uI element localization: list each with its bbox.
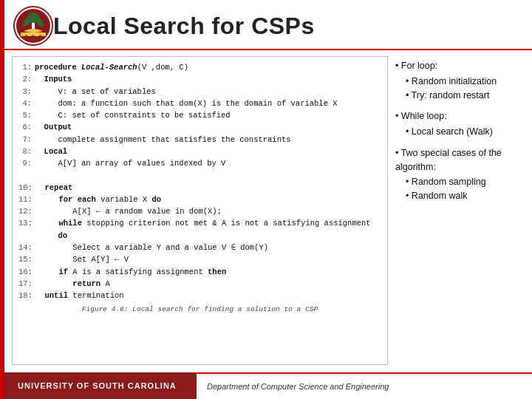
code-line-blank — [18, 169, 381, 181]
code-line-2: 2: Inputs — [18, 73, 381, 85]
footer: UNIVERSITY OF SOUTH CAROLINA Department … — [4, 372, 532, 399]
bullet-2-main: • While loop: — [395, 109, 525, 123]
code-line-13b: do — [18, 230, 381, 242]
bullet-group-2: • While loop: • Local search (Walk) — [395, 109, 525, 139]
code-line-8: 8: Local — [18, 146, 381, 157]
slide-title: Local Search for CSPs — [53, 13, 315, 40]
code-line-18: 18: until termination — [18, 290, 381, 301]
code-line-1: 1: procedure Local-Search(V ,dom, C) — [18, 61, 381, 73]
code-line-9: 9: A[V] an array of values indexed by V — [18, 157, 381, 169]
svg-text:★ ★ ★: ★ ★ ★ — [24, 33, 42, 40]
right-panel: • For loop: • Random initialization • Tr… — [395, 56, 525, 365]
code-line-17: 17: return A — [18, 278, 381, 290]
local-search-label: Local search — [412, 126, 464, 137]
main-content: 1: procedure Local-Search(V ,dom, C) 2: … — [4, 50, 532, 368]
bullet-1-sub-1: • Random initialization — [395, 75, 525, 89]
bullet-1-sub-2: • Try: random restart — [395, 89, 525, 103]
code-line-14: 14: Select a variable Y and a value V ∈ … — [18, 242, 381, 253]
code-line-11: 11: for each variable X do — [18, 194, 381, 205]
code-line-15: 15: Set A[Y] ← V — [18, 253, 381, 265]
bullet-2-sub-1: • Local search (Walk) — [395, 125, 525, 139]
code-line-3: 3: V: a set of variables — [18, 86, 381, 98]
code-line-10: 10: repeat — [18, 182, 381, 194]
footer-department: Department of Computer Science and Engin… — [197, 372, 532, 399]
code-line-5: 5: C: set of constraints to be satisfied — [18, 109, 381, 121]
pseudocode-box: 1: procedure Local-Search(V ,dom, C) 2: … — [12, 56, 388, 365]
bullet-3-sub-2: • Random walk — [395, 189, 525, 203]
code-line-16: 16: if A is a satisfying assignment then — [18, 266, 381, 278]
code-line-13: 13: while stopping criterion not met & A… — [18, 217, 381, 229]
bullet-group-1: • For loop: • Random initialization • Tr… — [395, 59, 525, 102]
code-line-6: 6: Output — [18, 121, 381, 133]
bullet-group-3: • Two special cases of the algorithm: • … — [395, 146, 525, 203]
footer-university: UNIVERSITY OF SOUTH CAROLINA — [4, 372, 197, 399]
bullet-3-sub-1: • Random sampling — [395, 175, 525, 189]
bullet-3-main: • Two special cases of the algorithm: — [395, 146, 525, 174]
usc-logo: ★ ★ ★ — [13, 6, 53, 46]
code-line-7: 7: complete assignment that satisfies th… — [18, 134, 381, 146]
code-line-12: 12: A[X] ← a random value in dom(X); — [18, 205, 381, 217]
header: ★ ★ ★ Local Search for CSPs — [4, 0, 532, 50]
code-line-4: 4: dom: a function such that dom(X) is t… — [18, 98, 381, 109]
slide-container: ★ ★ ★ Local Search for CSPs 1: procedure… — [0, 0, 532, 399]
bullet-1-main: • For loop: — [395, 59, 525, 73]
pseudocode-caption: Figure 4.6: Local search for finding a s… — [18, 304, 381, 316]
